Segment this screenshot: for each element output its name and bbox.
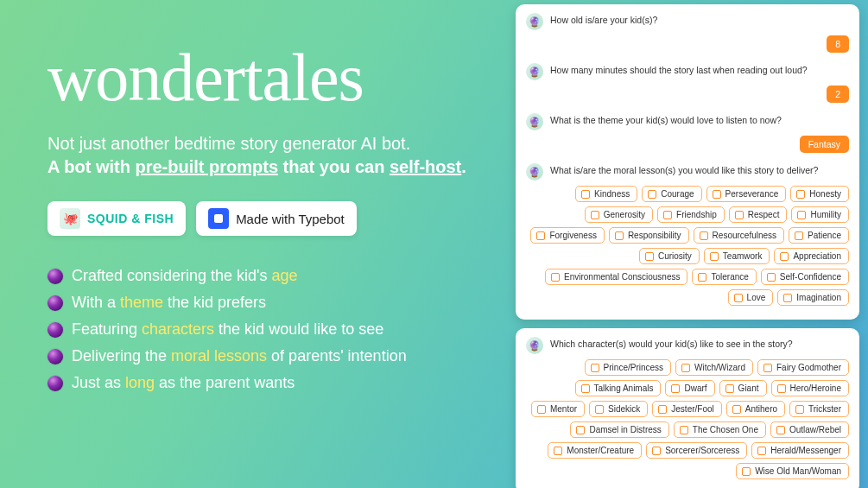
checkbox-icon xyxy=(581,190,590,199)
moral-chip[interactable]: Appreciation xyxy=(774,248,849,264)
checkbox-icon xyxy=(713,190,721,199)
moral-chip-label: Perseverance xyxy=(725,189,779,199)
question-length: How many minutes should the story last w… xyxy=(550,61,808,79)
moral-chip-label: Appreciation xyxy=(793,251,841,261)
character-chip-label: Sidekick xyxy=(608,404,640,414)
character-chip[interactable]: Mentor xyxy=(531,401,585,417)
checkbox-icon xyxy=(554,447,562,455)
character-chip-label: Giant xyxy=(738,383,759,393)
moral-chip[interactable]: Tolerance xyxy=(692,269,756,285)
checkbox-icon xyxy=(796,190,805,199)
character-chip[interactable]: Talking Animals xyxy=(575,380,662,396)
character-chip-label: Wise Old Man/Woman xyxy=(755,466,841,476)
bot-avatar: 🔮 xyxy=(526,63,543,80)
logo: wondertales xyxy=(48,48,497,108)
moral-chip[interactable]: Perseverance xyxy=(706,186,787,202)
moral-chip[interactable]: Kindness xyxy=(575,186,637,202)
f1-pre: With a xyxy=(72,294,120,311)
moral-chip[interactable]: Environmental Consciousness xyxy=(545,269,688,285)
character-chip-label: Fairy Godmother xyxy=(776,363,841,372)
question-theme: What is the theme your kid(s) would love… xyxy=(550,111,782,129)
character-chip[interactable]: Outlaw/Rebel xyxy=(770,421,849,438)
moral-chip-label: Curiosity xyxy=(658,251,692,261)
badge-squid-fish[interactable]: 🐙 SQUID & FISH xyxy=(48,201,186,236)
character-chip[interactable]: Hero/Heroine xyxy=(771,380,849,396)
character-chip-label: Hero/Heroine xyxy=(790,383,841,393)
bot-avatar: 🔮 xyxy=(526,163,543,181)
character-chip[interactable]: Trickster xyxy=(789,401,849,417)
question-age: How old is/are your kid(s)? xyxy=(550,11,657,29)
moral-chip-label: Tolerance xyxy=(711,272,748,282)
moral-chip[interactable]: Responsibility xyxy=(609,227,689,244)
checkbox-icon xyxy=(645,252,654,261)
answer-age: 8 xyxy=(827,35,849,53)
moral-chip-label: Resourcefulness xyxy=(713,231,776,240)
moral-chip-label: Generosity xyxy=(604,210,645,219)
orb-icon xyxy=(48,295,63,311)
moral-chip[interactable]: Self-Confidence xyxy=(761,269,849,285)
moral-chip-label: Patience xyxy=(808,231,841,240)
character-chip[interactable]: Dwarf xyxy=(665,380,714,396)
moral-chip[interactable]: Humility xyxy=(791,206,849,223)
moral-chip[interactable]: Generosity xyxy=(585,206,653,223)
checkbox-icon xyxy=(767,273,776,282)
character-chip[interactable]: Antihero xyxy=(726,401,785,417)
checkbox-icon xyxy=(734,294,743,302)
orb-icon xyxy=(48,376,63,391)
moral-chip[interactable]: Respect xyxy=(729,206,788,223)
f2-pre: Featuring xyxy=(72,320,142,338)
feature-item: Featuring characters the kid would like … xyxy=(48,320,497,339)
question-morals: What is/are the moral lesson(s) you woul… xyxy=(550,162,818,179)
moral-chip-label: Friendship xyxy=(676,210,717,219)
character-chip-label: Herald/Messenger xyxy=(770,446,841,455)
checkbox-icon xyxy=(777,384,786,393)
moral-chip-label: Forgiveness xyxy=(549,231,596,240)
typebot-icon xyxy=(208,208,229,229)
character-chip-label: Mentor xyxy=(550,404,577,414)
moral-chip[interactable]: Resourcefulness xyxy=(694,227,784,244)
moral-chip[interactable]: Courage xyxy=(642,186,701,202)
moral-chip[interactable]: Patience xyxy=(789,227,849,244)
moral-chip-label: Responsibility xyxy=(628,231,681,240)
badge-typebot[interactable]: Made with Typebot xyxy=(196,201,357,236)
moral-chip[interactable]: Forgiveness xyxy=(530,227,604,244)
checkbox-icon xyxy=(710,252,719,261)
tagline-line1: Not just another bedtime story generator… xyxy=(48,134,497,154)
character-chip[interactable]: Jester/Fool xyxy=(652,401,721,417)
character-chip[interactable]: Wise Old Man/Woman xyxy=(736,463,849,479)
checkbox-icon xyxy=(757,447,766,455)
character-chip-label: Witch/Wizard xyxy=(694,363,745,372)
character-chip-label: Antihero xyxy=(745,404,777,414)
f3-pre: Delivering the xyxy=(72,347,171,364)
character-chip[interactable]: Giant xyxy=(719,380,767,396)
moral-chip-label: Environmental Consciousness xyxy=(564,272,681,282)
checkbox-icon xyxy=(648,190,656,199)
moral-chip[interactable]: Love xyxy=(728,289,774,306)
moral-chip[interactable]: Teamwork xyxy=(704,248,770,264)
checkbox-icon xyxy=(725,384,734,393)
character-chip-label: Sorcerer/Sorceress xyxy=(665,446,739,455)
tagline2-prefix: A bot with xyxy=(48,157,135,176)
character-chip[interactable]: Monster/Creature xyxy=(548,442,642,459)
character-chip[interactable]: Prince/Princess xyxy=(585,359,671,376)
f0-hl: age xyxy=(272,267,298,284)
checkbox-icon xyxy=(797,211,806,219)
feature-item: Delivering the moral lessons of parents'… xyxy=(48,347,497,365)
character-chip-label: Monster/Creature xyxy=(567,446,634,455)
character-chip[interactable]: Damsel in Distress xyxy=(570,421,668,438)
feature-item: With a theme the kid prefers xyxy=(48,294,497,312)
character-chip[interactable]: The Chosen One xyxy=(674,421,766,438)
character-chip[interactable]: Sorcerer/Sorceress xyxy=(646,442,747,459)
character-chip[interactable]: Sidekick xyxy=(589,401,648,417)
moral-chip-label: Humility xyxy=(810,210,841,219)
character-chip[interactable]: Herald/Messenger xyxy=(751,442,849,459)
character-chip[interactable]: Witch/Wizard xyxy=(675,359,753,376)
character-chip[interactable]: Fairy Godmother xyxy=(757,359,849,376)
moral-chip-label: Love xyxy=(747,293,766,302)
orb-icon xyxy=(48,349,63,364)
moral-chip[interactable]: Imagination xyxy=(777,289,849,306)
feature-item: Crafted considering the kid's age xyxy=(48,267,497,285)
moral-chip[interactable]: Honesty xyxy=(790,186,849,202)
moral-chip[interactable]: Curiosity xyxy=(639,248,700,264)
moral-chip[interactable]: Friendship xyxy=(657,206,725,223)
